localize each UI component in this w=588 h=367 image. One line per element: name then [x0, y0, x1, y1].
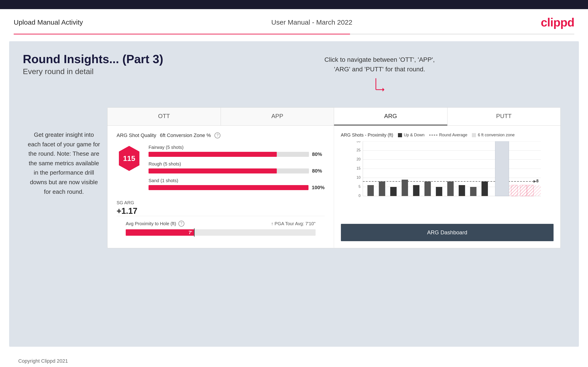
nav-annotation: Click to navigate between 'OTT', 'APP','…	[208, 55, 552, 99]
bar-row-rough: Rough (5 shots) 80%	[148, 161, 325, 174]
svg-rect-28	[413, 185, 419, 196]
bar-fill-sand	[148, 185, 309, 190]
svg-rect-37	[520, 185, 527, 196]
svg-text:15: 15	[356, 167, 361, 170]
legend-roundavg: Round Average	[429, 133, 467, 137]
tab-ott[interactable]: OTT	[107, 108, 221, 125]
left-panel: ARG Shot Quality 6ft Conversion Zone % ?…	[107, 125, 334, 248]
legend-updown: Up & Down	[398, 133, 425, 137]
svg-rect-30	[436, 187, 442, 196]
legend-conversion: 6 ft conversion zone	[472, 133, 515, 137]
tab-arg[interactable]: ARG	[334, 108, 448, 125]
info-icon[interactable]: ?	[215, 133, 220, 138]
legend-check-icon	[472, 133, 476, 137]
footer: Copyright Clippd 2021	[0, 354, 588, 367]
bar-value-rough: 80%	[312, 168, 325, 174]
legend-updown-label: Up & Down	[404, 133, 425, 137]
proximity-header: Avg Proximity to Hole (ft) ? ↑ PGA Tour …	[126, 221, 316, 226]
arg-dashboard-button[interactable]: ARG Dashboard	[341, 224, 554, 241]
proximity-label: Avg Proximity to Hole (ft)	[126, 221, 176, 226]
bar-track-sand	[148, 185, 309, 190]
svg-rect-38	[527, 185, 534, 196]
bar-track-fairway	[148, 152, 309, 157]
arg-chart: 30 25 20 15 10 5 0	[341, 141, 554, 200]
bar-value-fairway: 80%	[312, 151, 325, 157]
svg-rect-34	[481, 182, 488, 196]
bar-label-fairway: Fairway (5 shots)	[148, 145, 325, 150]
panel-header: ARG Shot Quality 6ft Conversion Zone % ?	[117, 133, 325, 138]
bar-label-rough: Rough (5 shots)	[148, 161, 325, 167]
svg-rect-25	[379, 182, 385, 196]
bar-value-sand: 100%	[312, 185, 324, 191]
content-split: ARG Shot Quality 6ft Conversion Zone % ?…	[107, 125, 560, 248]
svg-rect-33	[470, 187, 476, 196]
clippd-logo: clippd	[541, 16, 574, 29]
bar-fill-fairway	[148, 152, 277, 157]
svg-text:8: 8	[536, 179, 538, 183]
top-bar	[0, 0, 588, 9]
proximity-bar-fill: 7'	[126, 229, 194, 236]
score-section: 115 Fairway (5 shots) 80%	[117, 145, 325, 195]
proximity-title-area: Avg Proximity to Hole (ft) ?	[126, 221, 184, 226]
svg-rect-36	[511, 185, 518, 196]
dashboard-card: OTT APP ARG PUTT ARG Shot Quality 6ft Co…	[107, 107, 561, 248]
arrow-container	[208, 76, 552, 99]
svg-rect-32	[459, 185, 465, 196]
header-divider	[14, 34, 574, 34]
svg-marker-23	[534, 180, 536, 183]
legend-square-dark	[398, 133, 402, 137]
bar-label-sand: Sand (1 shots)	[148, 178, 325, 183]
chart-wrapper: 30 25 20 15 10 5 0	[341, 141, 554, 220]
legend-dashed-icon	[429, 135, 437, 135]
svg-rect-27	[402, 180, 408, 196]
sg-section: SG ARG +1.17	[117, 200, 325, 216]
sg-value: +1.17	[117, 206, 325, 216]
svg-rect-26	[390, 187, 397, 196]
proximity-value: 7'	[189, 230, 192, 235]
proximity-info-icon[interactable]: ?	[178, 221, 184, 226]
tab-app[interactable]: APP	[221, 108, 334, 125]
proximity-section: Avg Proximity to Hole (ft) ? ↑ PGA Tour …	[117, 216, 325, 241]
nav-arrow-icon	[371, 76, 389, 99]
svg-text:10: 10	[356, 175, 361, 179]
conversion-label: 6ft Conversion Zone %	[160, 133, 211, 138]
right-panel: ARG Shots - Proximity (ft) Up & Down Rou…	[334, 125, 561, 248]
nav-annotation-text: Click to navigate between 'OTT', 'APP','…	[208, 55, 552, 74]
copyright-text: Copyright Clippd 2021	[18, 358, 68, 364]
main-content: Round Insights... (Part 3) Every round i…	[9, 41, 579, 347]
svg-marker-2	[382, 88, 384, 92]
legend-roundavg-label: Round Average	[439, 133, 467, 137]
svg-rect-24	[367, 185, 374, 196]
left-description: Get greater insight into each facet of y…	[27, 130, 100, 197]
svg-rect-35	[495, 141, 509, 196]
svg-rect-31	[447, 182, 454, 196]
svg-text:20: 20	[356, 157, 361, 161]
bars-section: Fairway (5 shots) 80% Rough (5 shots)	[148, 145, 325, 195]
legend-conversion-label: 6 ft conversion zone	[478, 133, 515, 137]
chart-header: ARG Shots - Proximity (ft) Up & Down Rou…	[341, 133, 554, 138]
proximity-cursor	[194, 228, 195, 237]
header: Upload Manual Activity User Manual - Mar…	[0, 9, 588, 34]
tabs-row: OTT APP ARG PUTT	[107, 108, 560, 125]
svg-rect-29	[424, 182, 431, 196]
pga-avg: ↑ PGA Tour Avg: 7'10"	[271, 221, 316, 226]
chart-title: ARG Shots - Proximity (ft)	[341, 133, 393, 138]
svg-text:25: 25	[356, 148, 361, 152]
bar-row-fairway: Fairway (5 shots) 80%	[148, 145, 325, 157]
hexagon-container: 115	[117, 145, 142, 172]
sg-label: SG ARG	[117, 200, 325, 205]
upload-manual-label: Upload Manual Activity	[14, 18, 83, 26]
hex-score: 115	[123, 154, 135, 163]
svg-text:5: 5	[358, 185, 361, 189]
quality-label: ARG Shot Quality	[117, 133, 156, 138]
proximity-bar-track: 7'	[126, 229, 316, 236]
bar-track-rough	[148, 168, 309, 174]
svg-text:0: 0	[358, 194, 361, 198]
bar-fill-rough	[148, 168, 277, 174]
manual-date-label: User Manual - March 2022	[271, 18, 352, 26]
svg-text:30: 30	[356, 141, 361, 143]
bar-row-sand: Sand (1 shots) 100%	[148, 178, 325, 191]
tab-putt[interactable]: PUTT	[448, 108, 561, 125]
